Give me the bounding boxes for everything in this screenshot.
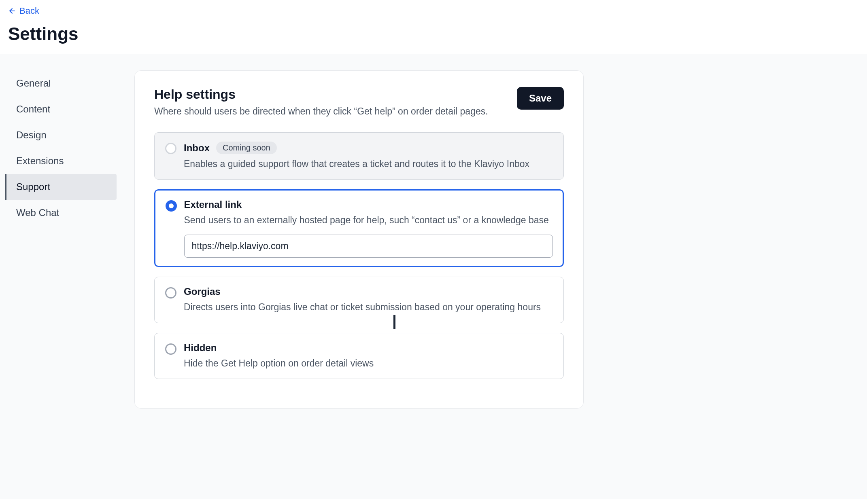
coming-soon-badge: Coming soon [216, 142, 277, 154]
radio-inbox [165, 143, 176, 154]
radio-gorgias[interactable] [165, 287, 176, 299]
sidebar-item-web-chat[interactable]: Web Chat [6, 200, 117, 226]
back-label: Back [19, 6, 39, 16]
help-settings-card: Help settings Where should users be dire… [134, 70, 584, 409]
radio-hidden[interactable] [165, 343, 176, 355]
option-inbox-title: Inbox [184, 142, 210, 154]
option-external-title: External link [184, 199, 242, 210]
sidebar-item-extensions[interactable]: Extensions [6, 148, 117, 174]
settings-sidebar: General Content Design Extensions Suppor… [0, 54, 121, 499]
sidebar-item-general[interactable]: General [6, 70, 117, 96]
sidebar-item-support[interactable]: Support [5, 174, 117, 200]
card-subtitle: Where should users be directed when they… [154, 106, 488, 117]
option-external-link[interactable]: External link Send users to an externall… [154, 189, 564, 267]
page-title: Settings [8, 24, 859, 44]
option-inbox: Inbox Coming soon Enables a guided suppo… [154, 132, 564, 180]
option-inbox-desc: Enables a guided support flow that creat… [184, 157, 553, 170]
sidebar-item-design[interactable]: Design [6, 122, 117, 148]
sidebar-item-content[interactable]: Content [6, 96, 117, 122]
external-url-input[interactable] [184, 235, 553, 258]
option-external-desc: Send users to an externally hosted page … [184, 214, 553, 227]
option-gorgias-title: Gorgias [184, 286, 221, 297]
back-link[interactable]: Back [8, 6, 39, 16]
page-header: Back Settings [0, 0, 867, 54]
option-gorgias-desc: Directs users into Gorgias live chat or … [184, 301, 553, 313]
option-hidden[interactable]: Hidden Hide the Get Help option on order… [154, 333, 564, 379]
radio-external-link[interactable] [166, 200, 177, 212]
card-title: Help settings [154, 87, 488, 102]
option-hidden-title: Hidden [184, 342, 217, 354]
save-button[interactable]: Save [517, 87, 564, 110]
option-gorgias[interactable]: Gorgias Directs users into Gorgias live … [154, 277, 564, 323]
option-hidden-desc: Hide the Get Help option on order detail… [184, 357, 553, 370]
arrow-left-icon [8, 7, 16, 15]
